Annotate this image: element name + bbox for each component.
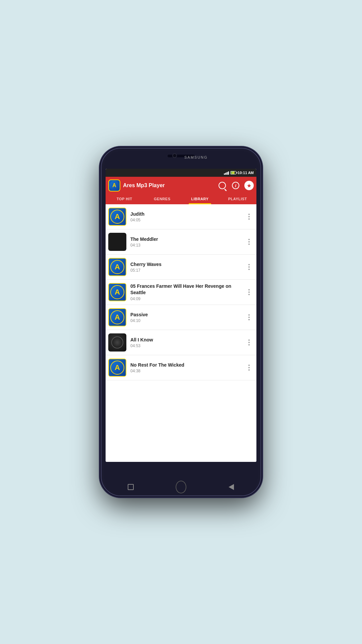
tab-genres-label: GENRES — [154, 197, 170, 201]
song-thumb-4: A — [108, 283, 126, 301]
song-info-7: No Rest For The Wicked 04:38 — [130, 362, 244, 373]
thumb-ares-7: A — [108, 359, 126, 377]
phone-screen: ⚡ 10:11 AM A Ares Mp3 Player i — [106, 169, 256, 462]
thumb-dark-2 — [108, 233, 126, 251]
song-list[interactable]: A Judith 04:05 — [106, 204, 256, 462]
tab-top-hit[interactable]: TOP HIT — [106, 194, 143, 204]
recents-icon — [128, 484, 134, 490]
song-item-5[interactable]: A Passive 04:10 — [106, 305, 256, 330]
song-thumb-7: A — [108, 359, 126, 377]
tab-playlist-label: PLAYLIST — [228, 197, 247, 201]
nav-recents-button[interactable] — [125, 482, 136, 492]
dot-5c — [248, 319, 250, 320]
song-item-4[interactable]: A 05 Frances Farmer Will Have Her Reveng… — [106, 280, 256, 305]
info-icon: i — [232, 182, 239, 189]
phone-wrapper: SAMSUNG ⚡ 10:11 AM — [101, 148, 261, 496]
menu-dots-5 — [248, 314, 250, 320]
phone-frame: SAMSUNG ⚡ 10:11 AM — [101, 148, 261, 496]
app-header: A Ares Mp3 Player i ★ — [106, 177, 256, 194]
signal-bar-2 — [225, 173, 226, 175]
menu-dots-7 — [248, 365, 250, 371]
dot-7c — [248, 369, 250, 371]
song-menu-1[interactable] — [244, 214, 254, 220]
dot-5a — [248, 314, 250, 316]
dot-7a — [248, 365, 250, 366]
dot-1b — [248, 216, 250, 217]
circular-art-6 — [111, 336, 123, 348]
star-icon: ★ — [244, 181, 254, 190]
phone-camera — [172, 153, 177, 158]
song-thumb-2 — [108, 233, 126, 251]
app-logo: A — [108, 179, 120, 192]
menu-dots-6 — [248, 339, 250, 345]
dot-3a — [248, 264, 250, 265]
dot-4a — [248, 289, 250, 290]
song-item-2[interactable]: The Meddler 04:13 — [106, 229, 256, 255]
song-duration-6: 04:53 — [130, 343, 244, 348]
thumb-ares-letter-5: A — [110, 310, 124, 324]
song-info-5: Passive 04:10 — [130, 312, 244, 323]
logo-letter: A — [110, 181, 119, 190]
phone-nav-bar — [106, 479, 256, 495]
song-thumb-6 — [108, 333, 126, 352]
song-item-1[interactable]: A Judith 04:05 — [106, 204, 256, 229]
song-info-3: Cherry Waves 05:17 — [130, 262, 244, 273]
dot-6b — [248, 342, 250, 343]
song-menu-6[interactable] — [244, 339, 254, 345]
song-item-6[interactable]: All I Know 04:53 — [106, 330, 256, 355]
info-button[interactable]: i — [231, 181, 240, 190]
song-item-7[interactable]: A No Rest For The Wicked 04:38 — [106, 355, 256, 380]
favorites-button[interactable]: ★ — [244, 181, 254, 190]
dot-3c — [248, 269, 250, 270]
song-thumb-5: A — [108, 308, 126, 326]
tab-library-label: LIBRARY — [191, 197, 208, 201]
battery-icon: ⚡ — [230, 171, 236, 174]
song-title-4: 05 Frances Farmer Will Have Her Revenge … — [130, 283, 244, 295]
dot-7b — [248, 367, 250, 368]
thumb-ares-4: A — [108, 283, 126, 301]
search-button[interactable] — [218, 181, 227, 190]
nav-back-button[interactable] — [226, 482, 237, 492]
app-title: Ares Mp3 Player — [123, 182, 215, 189]
tab-playlist[interactable]: PLAYLIST — [219, 194, 257, 204]
song-menu-7[interactable] — [244, 365, 254, 371]
song-duration-4: 04:09 — [130, 297, 244, 301]
thumb-ares-1: A — [108, 208, 126, 226]
dot-2a — [248, 239, 250, 240]
thumb-ares-3: A — [108, 258, 126, 276]
song-item-3[interactable]: A Cherry Waves 05:17 — [106, 255, 256, 280]
song-menu-2[interactable] — [244, 239, 254, 245]
signal-bar-4 — [228, 171, 229, 175]
song-menu-4[interactable] — [244, 289, 254, 295]
song-title-5: Passive — [130, 312, 244, 317]
status-bar: ⚡ 10:11 AM — [106, 169, 256, 177]
song-duration-7: 04:38 — [130, 369, 244, 373]
dot-1a — [248, 214, 250, 215]
tab-library[interactable]: LIBRARY — [181, 194, 219, 204]
nav-home-button[interactable] — [176, 482, 186, 492]
song-title-1: Judith — [130, 211, 244, 217]
signal-bar-1 — [224, 173, 225, 175]
home-icon — [176, 481, 186, 493]
song-title-2: The Meddler — [130, 236, 244, 242]
song-title-6: All I Know — [130, 337, 244, 342]
samsung-brand: SAMSUNG — [184, 155, 208, 159]
tab-genres[interactable]: GENRES — [143, 194, 181, 204]
back-icon — [229, 484, 234, 490]
song-thumb-3: A — [108, 258, 126, 276]
header-icons: i ★ — [218, 181, 254, 190]
dot-1c — [248, 218, 250, 220]
song-info-6: All I Know 04:53 — [130, 337, 244, 348]
dot-6c — [248, 344, 250, 345]
song-thumb-1: A — [108, 208, 126, 226]
song-menu-5[interactable] — [244, 314, 254, 320]
song-menu-3[interactable] — [244, 264, 254, 270]
dot-4b — [248, 291, 250, 293]
dot-4c — [248, 294, 250, 295]
search-icon — [219, 182, 226, 189]
nav-tabs: TOP HIT GENRES LIBRARY PLAYLIST — [106, 194, 256, 204]
thumb-ares-5: A — [108, 308, 126, 326]
signal-bars — [224, 171, 229, 175]
menu-dots-4 — [248, 289, 250, 295]
song-duration-5: 04:10 — [130, 318, 244, 323]
